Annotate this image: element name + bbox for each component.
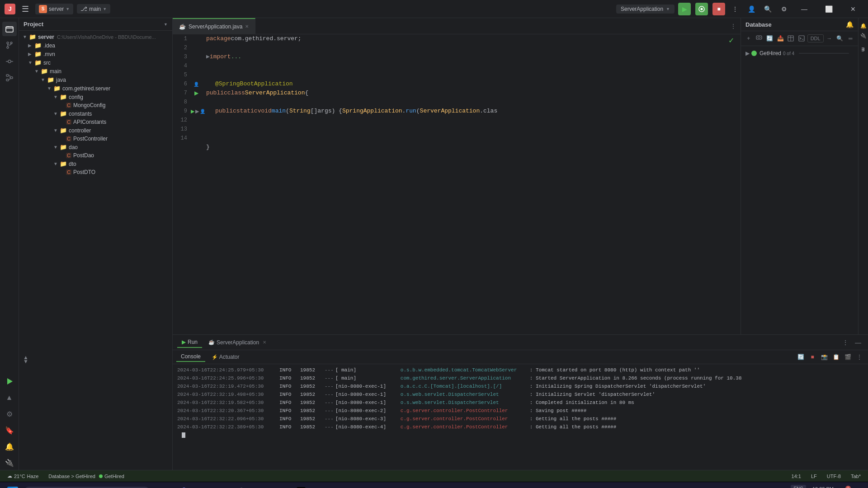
db-ddl-button[interactable]: DDL xyxy=(807,34,824,42)
tree-item-config[interactable]: ▼ 📁 config xyxy=(19,93,172,101)
sidebar-item-project[interactable] xyxy=(2,22,17,36)
tray-volume-icon[interactable]: 🔊 xyxy=(764,487,774,488)
clock-display[interactable]: 10:33 PM 3/16/2024 xyxy=(809,485,836,488)
db-layout-button[interactable]: ═ xyxy=(846,33,855,44)
tree-item-idea[interactable]: ▶ 📁 .idea xyxy=(19,41,172,50)
tree-item-controller[interactable]: ▼ 📁 controller xyxy=(19,126,172,135)
db-table-button[interactable] xyxy=(786,33,796,44)
minimize-button[interactable]: — xyxy=(794,0,815,18)
run-button[interactable]: ▶ xyxy=(678,3,691,15)
tree-item-postdto[interactable]: C PostDTO xyxy=(19,168,172,176)
tab-server-application-run[interactable]: ☕ ServerApplication ✕ xyxy=(204,338,271,347)
console-tab-actuator[interactable]: ⚡ Actuator xyxy=(207,352,244,361)
console-restart-button[interactable]: 🔄 xyxy=(796,352,806,362)
tray-network-icon[interactable] xyxy=(750,487,761,488)
console-more-button[interactable]: ⋮ xyxy=(854,352,864,362)
db-console-button[interactable] xyxy=(797,33,806,44)
tree-item-postcontroller[interactable]: C PostController xyxy=(19,135,172,143)
branch-selector[interactable]: ⎇ main ▼ xyxy=(77,4,110,14)
console-scroll-down-button[interactable]: ▼ xyxy=(21,357,31,366)
sb-indent[interactable]: Tab* xyxy=(848,473,863,480)
sb-breadcrumb[interactable]: Database > GetHired GetHired xyxy=(46,473,127,480)
tree-item-com-gethired[interactable]: ▼ 📁 com.gethired.server xyxy=(19,84,172,93)
settings-button[interactable]: ⚙ xyxy=(778,3,790,15)
sidebar-item-notifications[interactable]: 🔔 xyxy=(2,439,17,454)
tree-item-java[interactable]: ▼ 📁 java xyxy=(19,75,172,84)
tree-item-postdao[interactable]: C PostDao xyxy=(19,151,172,160)
notification-center[interactable]: 💬 1 xyxy=(839,487,850,488)
sidebar-item-debug[interactable]: ▲ xyxy=(2,390,17,405)
tree-item-server[interactable]: ▼ 📁 server C:\Users\Vishal\OneDrive - BB… xyxy=(19,33,172,41)
plugin-strip-icon[interactable]: 🔌 xyxy=(859,32,868,40)
run-configuration[interactable]: ServerApplication ▼ xyxy=(616,5,675,14)
tab-more-button[interactable]: ⋮ xyxy=(726,23,741,29)
code-content[interactable]: package com.gethired.server; ▶ import ..… xyxy=(202,34,741,215)
db-search-button[interactable]: 🔍 xyxy=(835,33,844,44)
sb-line-sep[interactable]: LF xyxy=(808,473,820,480)
tree-item-mongoconfig[interactable]: C MongoConfig xyxy=(19,101,172,109)
taskbar-icon-chat[interactable]: T xyxy=(173,483,191,488)
maximize-button[interactable]: ⬜ xyxy=(818,0,839,18)
db-arrow-button[interactable]: → xyxy=(825,33,834,44)
db-download-button[interactable]: 📥 xyxy=(775,33,785,44)
db-refresh-datasource-button[interactable] xyxy=(754,33,764,44)
close-button[interactable]: ✕ xyxy=(843,0,863,18)
taskbar-icon-intellij[interactable]: IJ xyxy=(292,483,310,488)
tray-cloud-icon[interactable]: ☁ xyxy=(777,487,788,488)
run-gutter-icon-2[interactable]: ▶ xyxy=(191,108,194,114)
sidebar-item-plugins[interactable]: 🔌 xyxy=(2,455,17,470)
db-sync-button[interactable]: 🔄 xyxy=(765,33,774,44)
taskbar-icon-files[interactable] xyxy=(193,483,211,488)
taskbar-icon-vscode[interactable] xyxy=(212,483,231,488)
server-app-run-close-icon[interactable]: ✕ xyxy=(263,340,266,345)
sb-position[interactable]: 14:1 xyxy=(789,473,804,480)
search-button[interactable]: 🔍 xyxy=(761,3,774,15)
taskbar-icon-browser[interactable] xyxy=(153,483,171,488)
tab-server-application[interactable]: ☕ ServerApplication.java ✕ xyxy=(173,18,255,34)
sb-encoding[interactable]: UTF-8 xyxy=(824,473,844,480)
tree-item-dao[interactable]: ▼ 📁 dao xyxy=(19,143,172,151)
stop-button[interactable]: ■ xyxy=(712,3,725,15)
tray-up-icon[interactable]: ^ xyxy=(736,487,747,488)
project-selector[interactable]: S server ▼ xyxy=(35,4,73,14)
console-screenshot-button[interactable]: 📸 xyxy=(819,352,829,362)
language-indicator[interactable]: ENGIN xyxy=(791,485,806,488)
tree-item-apiconstants[interactable]: C APIConstants xyxy=(19,118,172,126)
sidebar-item-run[interactable] xyxy=(2,374,17,389)
sidebar-item-commit[interactable] xyxy=(2,54,17,69)
tab-run[interactable]: ▶ Run xyxy=(177,337,202,348)
tree-item-src[interactable]: ▼ 📁 src xyxy=(19,58,172,67)
sb-weather[interactable]: ☁ 21°C Haze xyxy=(5,472,41,480)
taskbar-icon-brave[interactable]: B xyxy=(252,483,270,488)
show-desktop-button[interactable]: ▕ xyxy=(853,487,863,488)
tab-close-icon[interactable]: ✕ xyxy=(245,24,249,29)
run-gutter-icon[interactable]: ▶ xyxy=(194,90,198,96)
console-record-button[interactable]: 🎬 xyxy=(843,352,853,362)
notifications-strip-icon[interactable]: 🔔 xyxy=(859,22,868,30)
code-editor[interactable]: 1 2 3 4 5 6 7 8 9 12 xyxy=(173,34,741,334)
tree-item-main[interactable]: ▼ 📁 main xyxy=(19,67,172,75)
sidebar-item-vcs[interactable] xyxy=(2,38,17,52)
profile-button[interactable]: 👤 xyxy=(745,3,758,15)
console-content[interactable]: 2024-03-16T22:24:25.979+05:30 INFO 19852… xyxy=(173,364,868,470)
sidebar-item-structure[interactable] xyxy=(2,70,17,85)
db-tree-item-gethired[interactable]: ▶ GetHired 0 of 4 xyxy=(741,49,858,58)
menu-button[interactable]: ☰ xyxy=(19,4,32,14)
database-strip-icon[interactable]: m xyxy=(859,45,868,53)
tree-item-dto[interactable]: ▼ 📁 dto xyxy=(19,160,172,168)
taskbar-search[interactable]: 🔍 Search xyxy=(24,487,150,488)
console-copy-button[interactable]: 📋 xyxy=(831,352,841,362)
db-add-button[interactable]: + xyxy=(744,33,753,44)
taskbar-icon-chrome[interactable] xyxy=(232,483,250,488)
more-actions-button[interactable]: ⋮ xyxy=(729,3,741,15)
bottom-more-button[interactable]: ⋮ xyxy=(840,337,851,348)
start-button[interactable]: ⊞ xyxy=(5,484,21,488)
fold-gutter-icon[interactable]: ▶ xyxy=(195,108,199,114)
sidebar-item-bookmarks[interactable]: 🔖 xyxy=(2,423,17,437)
debug-button[interactable] xyxy=(695,3,708,15)
console-stop-button[interactable]: ■ xyxy=(807,352,817,362)
bottom-minimize-button[interactable]: — xyxy=(853,337,863,348)
sidebar-item-services[interactable]: ⚙ xyxy=(2,407,17,421)
tree-item-constants[interactable]: ▼ 📁 constants xyxy=(19,109,172,118)
console-tab-console[interactable]: Console xyxy=(176,352,205,362)
